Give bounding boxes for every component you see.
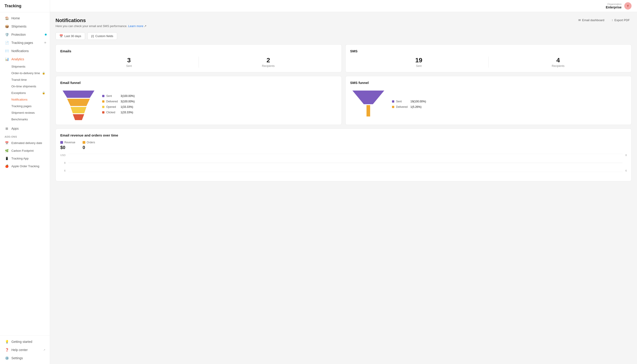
page-subtitle: Here you can check your email and SMS pe… [56,24,147,28]
bottom-label: Getting started [12,340,32,344]
sidebar-sub-notifications[interactable]: Notifications [0,96,50,103]
sidebar-item-label: Apps [12,127,19,130]
calendar-icon: 📅 [4,140,9,145]
legend-label: Clicked [106,111,119,114]
header-actions: ✉ Email dashboard ↑ Export PDF [576,18,632,23]
legend-sent: Sent 3(100.00%) [102,94,135,98]
legend-label: Sent [106,94,119,98]
addon-apple-order[interactable]: 🍎 Apple Order Tracking [0,162,50,170]
app-logo: Tracking [0,0,50,12]
delivered-dot [102,100,104,102]
page-header-left: Notifications Here you can check your em… [56,18,147,28]
sidebar-nav: 🏠 Home 📦 Shipments 🛡️ Protection 📄 Track… [0,12,50,336]
sidebar-item-label: Protection [12,33,26,36]
sub-label: Shipment reviews [12,111,35,114]
sidebar-sub-on-time[interactable]: On-time shipments [0,83,50,90]
sidebar-bottom: 💡 Getting started ❓ Help center ↗ ⚙️ Set… [0,336,50,364]
metric-indicator: Orders [82,141,95,144]
email-funnel-chart [60,88,97,120]
avatar: Y [624,2,632,10]
legend-label: Sent [396,100,408,103]
sidebar: Tracking 🏠 Home 📦 Shipments 🛡️ Protectio… [0,0,50,364]
sms-sent-count: 19 [350,57,488,64]
metric-indicator: Revenue [60,141,75,144]
page-title: Notifications [56,18,147,24]
sub-label: Shipments [12,65,25,68]
apple-icon: 🍎 [4,164,9,168]
sidebar-sub-shipment-reviews[interactable]: Shipment reviews [0,110,50,116]
mobile-icon: 📱 [4,156,9,160]
sidebar-item-analytics[interactable]: 📊 Analytics [0,55,50,63]
sidebar-sub-transit-time[interactable]: Transit time [0,76,50,83]
lock-icon: 🔒 [42,92,45,94]
sub-label: On-time shipments [12,85,36,88]
sms-funnel-card: SMS funnel Sent 19(100.00%) [345,76,632,125]
addon-tracking-app[interactable]: 📱 Tracking App [0,154,50,162]
date-filter-button[interactable]: 📅 Last 30 days [56,32,85,40]
legend-label: Delivered [396,105,408,108]
orders-color [82,141,85,144]
sidebar-sub-order-delivery[interactable]: Order-to-delivery time 🔒 [0,70,50,76]
export-pdf-button[interactable]: ↑ Export PDF [610,18,632,23]
sidebar-sub-shipments[interactable]: Shipments [0,63,50,70]
custom-fields-button[interactable]: {/} Custom fields [87,32,117,40]
email-stats-card: Emails 3 Sent 2 Recipients [56,44,342,72]
revenue-chart-svg [68,154,623,172]
revenue-card: Email revenue and orders over time Reven… [56,128,632,181]
bottom-settings[interactable]: ⚙️ Settings [0,354,50,362]
sidebar-item-label: Notifications [12,49,29,53]
sms-funnel-legend: Sent 19(100.00%) Delivered 1(5.26%) [392,100,426,108]
axis-label: USD [60,154,66,156]
sidebar-sub-exceptions[interactable]: Exceptions 🔒 [0,90,50,96]
opened-dot [102,106,104,108]
bottom-help-center[interactable]: ❓ Help center ↗ [0,346,50,354]
eye-icon: 👁 [44,41,47,44]
revenue-metrics: Revenue $0 Orders 0 [60,141,627,150]
sidebar-item-home[interactable]: 🏠 Home [0,14,50,22]
addon-label: Estimated delivery date [12,141,42,145]
bottom-getting-started[interactable]: 💡 Getting started [0,338,50,346]
y-right-6: 6 [626,169,627,172]
sidebar-item-shipments[interactable]: 📦 Shipments [0,22,50,30]
delivered-dot [392,106,394,108]
home-icon: 🏠 [4,16,9,20]
sidebar-item-tracking-pages[interactable]: 📄 Tracking pages 👁 [0,39,50,47]
lightbulb-icon: 💡 [4,340,9,344]
page-content: Notifications Here you can check your em… [50,12,637,364]
email-dashboard-button[interactable]: ✉ Email dashboard [576,18,606,23]
sub-label: Order-to-delivery time [12,72,40,75]
svg-marker-1 [67,99,90,106]
sub-label: Tracking pages [12,104,32,108]
sidebar-item-label: Shipments [12,24,26,28]
email-funnel-card: Email funnel [56,76,342,125]
org-label: Organization [606,3,622,6]
addon-carbon-footprint[interactable]: 🌿 Carbon Footprint [0,147,50,154]
legend-sent: Sent 19(100.00%) [392,100,426,103]
legend-value: 3(100.00%) [120,94,135,98]
funnel-row: Email funnel [56,76,632,125]
analytics-icon: 📊 [4,57,9,62]
sidebar-item-label: Analytics [12,57,24,61]
legend-value: 1(5.26%) [410,105,422,108]
sms-card-title: SMS [350,49,627,53]
org-info: Organization Enterprise [606,3,622,9]
page-header: Notifications Here you can check your em… [56,18,632,28]
sidebar-sub-tracking-pages[interactable]: Tracking pages [0,103,50,110]
sidebar-sub-benchmarks[interactable]: Benchmarks [0,116,50,122]
legend-delivered: Delivered 1(5.26%) [392,105,426,108]
gear-icon: ⚙️ [4,356,9,360]
sidebar-item-apps[interactable]: ⊞ Apps [0,124,50,133]
orders-label: Orders [87,141,95,144]
topbar: Organization Enterprise Y [50,0,637,12]
org-name: Enterprise [606,6,622,9]
sent-dot [392,100,394,102]
sidebar-item-protection[interactable]: 🛡️ Protection [0,30,50,39]
revenue-title: Email revenue and orders over time [60,133,627,137]
sub-label: Exceptions [12,91,26,95]
addon-estimated-delivery[interactable]: 📅 Estimated delivery date [0,139,50,147]
learn-more-link[interactable]: Learn more [128,24,143,28]
external-link-icon: ↗ [43,348,45,352]
legend-delivered: Delivered 3(100.00%) [102,100,135,103]
sidebar-item-notifications[interactable]: ✉️ Notifications [0,47,50,55]
y-right-8: 8 [626,154,627,156]
